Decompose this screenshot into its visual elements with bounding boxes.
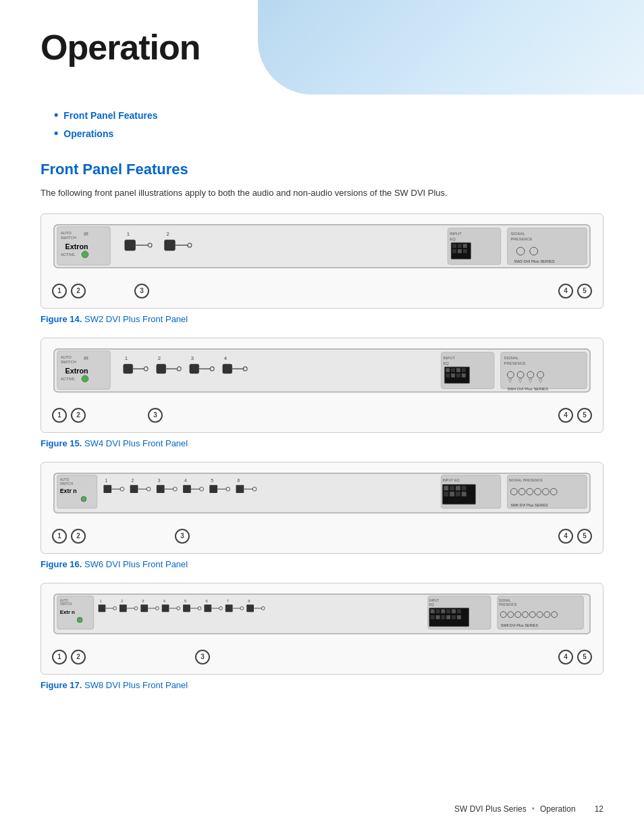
svg-rect-176	[452, 609, 456, 613]
toc-item-operations[interactable]: Operations	[54, 126, 603, 140]
svg-rect-21	[458, 244, 462, 248]
svg-point-39	[82, 375, 88, 382]
figure-17-caption: Figure 17. SW8 DVI Plus Front Panel	[41, 680, 603, 690]
svg-rect-87	[103, 485, 111, 493]
svg-rect-24	[458, 249, 462, 253]
svg-rect-157	[204, 604, 211, 612]
svg-rect-99	[183, 485, 191, 493]
sw8-callouts: 1 2 3 4 5	[51, 647, 593, 667]
svg-rect-119	[456, 492, 460, 496]
figure-17-wrapper: Extr n AUTO SWITCH 1 2 3 4	[41, 583, 603, 690]
svg-text:PRESENCE: PRESENCE	[504, 361, 526, 365]
sw8-diagram: Extr n AUTO SWITCH 1 2 3 4	[41, 583, 603, 675]
svg-rect-149	[162, 604, 169, 612]
svg-text:SW6 DVI Plus SERIES: SW6 DVI Plus SERIES	[510, 502, 548, 506]
callout-3c: 3	[175, 529, 190, 544]
svg-text:5: 5	[211, 478, 213, 483]
svg-text:AUTO: AUTO	[61, 355, 72, 359]
svg-text:INPUT: INPUT	[450, 232, 462, 236]
figure-14-caption: Figure 14. SW2 DVI Plus Front Panel	[41, 314, 603, 324]
svg-text:SWITCH: SWITCH	[61, 360, 76, 364]
svg-rect-53	[223, 364, 232, 373]
svg-rect-25	[463, 249, 467, 253]
callout-1b: 1	[52, 408, 67, 423]
callout-4b: 4	[558, 408, 573, 423]
svg-text:1: 1	[100, 599, 102, 603]
svg-rect-120	[462, 492, 466, 496]
svg-text:INPUT EQ: INPUT EQ	[442, 478, 459, 482]
svg-rect-114	[450, 486, 454, 490]
svg-text:1: 1	[127, 231, 130, 237]
page-title: Operation	[41, 27, 603, 68]
callout-1d: 1	[52, 650, 67, 664]
svg-text:1: 1	[125, 355, 128, 361]
svg-rect-22	[463, 244, 467, 248]
svg-rect-49	[190, 364, 199, 373]
svg-point-135	[77, 617, 82, 623]
svg-text:SWITCH: SWITCH	[60, 602, 72, 606]
svg-rect-175	[446, 609, 450, 613]
svg-rect-91	[130, 485, 138, 493]
svg-text:Extron: Extron	[65, 242, 88, 251]
svg-rect-63	[462, 368, 466, 372]
footer-section: Operation	[540, 804, 576, 814]
svg-rect-61	[451, 368, 455, 372]
svg-text:SW8 DVI Plus SERIES: SW8 DVI Plus SERIES	[501, 623, 539, 627]
svg-text:SIGNAL: SIGNAL	[510, 232, 525, 236]
svg-text:3: 3	[158, 478, 161, 483]
sw2-callouts: 1 2 3 4 5	[51, 281, 593, 301]
sw6-diagram: Extr n AUTO SWITCH 1 2 3 4	[41, 462, 603, 554]
figure-16-caption: Figure 16. SW6 DVI Plus Front Panel	[41, 559, 603, 569]
sw2-diagram: Extron AUTO SWITCH IR ACTIVE 1 2	[41, 213, 603, 309]
svg-rect-182	[452, 615, 456, 619]
sw8-svg: Extr n AUTO SWITCH 1 2 3 4	[51, 590, 593, 644]
svg-text:EQ: EQ	[443, 361, 449, 365]
svg-text:INPUT: INPUT	[429, 599, 439, 602]
svg-rect-20	[452, 244, 456, 248]
callout-2b: 2	[71, 408, 86, 423]
callout-3b: 3	[148, 408, 163, 423]
figure-14-wrapper: Extron AUTO SWITCH IR ACTIVE 1 2	[41, 213, 603, 324]
svg-text:ACTIVE: ACTIVE	[61, 376, 75, 380]
toc-item-front-panel[interactable]: Front Panel Features	[54, 108, 603, 122]
svg-rect-95	[157, 485, 165, 493]
callout-5: 5	[577, 284, 592, 298]
callout-1c: 1	[52, 529, 67, 544]
svg-rect-165	[246, 604, 254, 612]
svg-text:2: 2	[167, 231, 169, 237]
svg-text:4: 4	[184, 478, 187, 483]
svg-rect-137	[99, 604, 106, 612]
callout-3: 3	[134, 284, 149, 298]
svg-text:6: 6	[237, 478, 240, 483]
svg-text:SIGNAL PRESENCE: SIGNAL PRESENCE	[508, 478, 543, 482]
callout-2d: 2	[71, 650, 86, 664]
svg-text:ACTIVE: ACTIVE	[61, 252, 75, 256]
svg-text:IR: IR	[84, 232, 88, 236]
svg-rect-60	[446, 368, 450, 372]
sw4-diagram: Extron AUTO SWITCH IR ACTIVE 1 2 3	[41, 338, 603, 433]
toc-link-front-panel[interactable]: Front Panel Features	[63, 110, 157, 121]
svg-rect-113	[444, 486, 448, 490]
svg-rect-179	[436, 615, 440, 619]
svg-rect-141	[119, 604, 127, 612]
svg-rect-183	[457, 615, 461, 619]
svg-text:3: 3	[191, 355, 194, 361]
toc-link-operations[interactable]: Operations	[63, 128, 113, 139]
svg-text:SWITCH: SWITCH	[61, 236, 76, 240]
svg-text:EQ: EQ	[450, 237, 456, 241]
svg-text:SWITCH: SWITCH	[60, 482, 74, 486]
svg-rect-66	[456, 373, 460, 377]
sw6-svg: Extr n AUTO SWITCH 1 2 3 4	[51, 469, 593, 523]
section-title-front-panel: Front Panel Features	[41, 161, 603, 178]
svg-text:SIGNAL: SIGNAL	[504, 356, 519, 360]
svg-text:2: 2	[121, 599, 123, 603]
svg-rect-45	[157, 364, 166, 373]
svg-rect-117	[444, 492, 448, 496]
svg-text:2: 2	[158, 355, 161, 361]
svg-text:Extron: Extron	[65, 367, 88, 375]
svg-text:INPUT: INPUT	[443, 356, 455, 360]
svg-text:SW2 DVI Plus SERIES: SW2 DVI Plus SERIES	[514, 259, 554, 263]
svg-text:2: 2	[132, 478, 134, 483]
svg-text:PRESENCE: PRESENCE	[499, 603, 518, 606]
footer-page-number: 12	[595, 804, 603, 814]
